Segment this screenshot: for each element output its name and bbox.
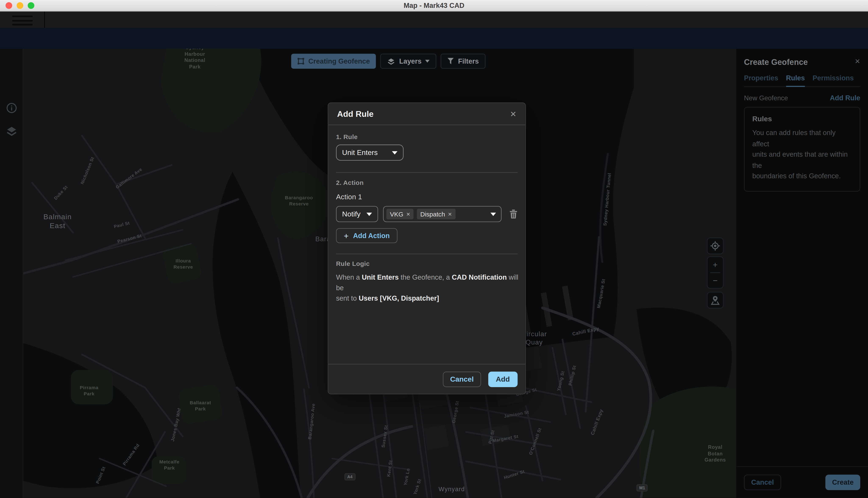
recipients-multiselect[interactable]: VKG✕Dispatch✕ <box>383 206 502 222</box>
rules-info-card: Rules You can add rules that only affect… <box>744 107 860 191</box>
recipient-tag-label: Dispatch <box>420 211 445 217</box>
modal-add-button[interactable]: Add <box>488 371 518 387</box>
plus-icon: + <box>344 232 349 240</box>
macos-titlebar: Map - Mark43 CAD <box>0 0 868 12</box>
panel-footer: Cancel Create <box>736 467 868 498</box>
tab-properties[interactable]: Properties <box>744 74 778 87</box>
rules-card-body: You can add rules that only affect units… <box>752 128 852 182</box>
panel-title: Create Geofence <box>744 58 860 67</box>
add-rule-link[interactable]: Add Rule <box>830 94 860 102</box>
geofence-rect-icon <box>297 58 305 65</box>
app-menubar <box>0 12 868 28</box>
modal-title: Add Rule <box>337 109 374 118</box>
action-section-label: 2. Action <box>336 179 518 186</box>
panel-create-button[interactable]: Create <box>825 475 860 490</box>
rule-logic-text: When a Unit Enters the Geofence, a CAD N… <box>336 272 521 304</box>
action-item-label: Action 1 <box>336 193 518 201</box>
rule-type-dropdown[interactable]: Unit Enters <box>336 145 404 161</box>
creating-geofence-label: Creating Geofence <box>308 57 370 65</box>
map-pin-icon <box>710 295 720 305</box>
rule-type-value: Unit Enters <box>342 148 378 157</box>
create-geofence-panel: Create Geofence ✕ PropertiesRulesPermiss… <box>736 49 868 498</box>
rule-section-label: 1. Rule <box>336 133 518 140</box>
zoom-control: + − <box>707 256 723 289</box>
locate-me-button[interactable] <box>707 238 723 254</box>
modal-close-icon[interactable]: ✕ <box>510 109 517 118</box>
window-controls <box>5 0 34 11</box>
remove-tag-icon[interactable]: ✕ <box>448 211 452 217</box>
recipient-tag[interactable]: VKG✕ <box>387 209 414 220</box>
modal-footer: Cancel Add <box>328 364 525 394</box>
rule-logic-label: Rule Logic <box>336 260 518 267</box>
chevron-down-icon <box>425 60 430 63</box>
route-shield-badge: A4 <box>344 473 355 481</box>
chevron-down-icon <box>490 212 496 216</box>
remove-tag-icon[interactable]: ✕ <box>406 211 410 217</box>
layers-icon <box>5 126 17 137</box>
rules-card-title: Rules <box>752 115 852 123</box>
layers-label: Layers <box>399 57 422 65</box>
add-rule-modal: Add Rule ✕ 1. Rule Unit Enters 2. Action… <box>328 102 526 394</box>
zoom-out-button[interactable]: − <box>707 273 723 288</box>
delete-action-button[interactable] <box>509 209 518 219</box>
hamburger-menu-icon[interactable] <box>12 15 32 28</box>
map-left-rail <box>0 49 23 498</box>
layers-button[interactable]: Layers <box>380 54 437 69</box>
panel-tabs: PropertiesRulesPermissions <box>744 74 860 87</box>
section-divider <box>336 172 518 173</box>
modal-header: Add Rule ✕ <box>328 103 525 125</box>
modal-cancel-button[interactable]: Cancel <box>443 371 481 387</box>
creating-geofence-button[interactable]: Creating Geofence <box>291 54 376 69</box>
window-title: Map - Mark43 CAD <box>404 2 465 10</box>
layers-icon <box>387 57 395 65</box>
recipient-tag[interactable]: Dispatch✕ <box>417 209 455 220</box>
add-action-button[interactable]: + Add Action <box>336 228 398 243</box>
route-shield-badge: M1 <box>637 484 648 492</box>
add-action-label: Add Action <box>353 232 390 239</box>
map-toolbar: Creating Geofence Layers Filters <box>291 54 485 69</box>
chevron-down-icon <box>366 212 372 216</box>
new-geofence-label: New Geofence <box>744 94 788 102</box>
filter-funnel-icon <box>448 58 454 65</box>
info-button[interactable] <box>0 99 23 117</box>
zoom-in-button[interactable]: + <box>707 257 723 272</box>
app-root: Map - Mark43 CAD <box>0 0 868 498</box>
chevron-down-icon <box>392 151 397 154</box>
close-window-button[interactable] <box>5 2 12 9</box>
recipient-tag-label: VKG <box>390 211 403 217</box>
filters-button[interactable]: Filters <box>441 54 485 69</box>
pin-tool-button[interactable] <box>707 292 723 309</box>
section-divider <box>336 253 518 254</box>
tab-permissions[interactable]: Permissions <box>813 74 854 87</box>
action-type-dropdown[interactable]: Notify <box>336 206 378 222</box>
crosshair-icon <box>710 241 720 251</box>
trash-icon <box>509 209 518 219</box>
tab-rules[interactable]: Rules <box>786 74 805 87</box>
panel-cancel-button[interactable]: Cancel <box>744 475 781 490</box>
minimize-window-button[interactable] <box>16 2 23 9</box>
app-header-strip <box>0 28 868 49</box>
action-row: Notify VKG✕Dispatch✕ <box>336 206 518 222</box>
action-type-value: Notify <box>342 210 360 218</box>
panel-close-icon[interactable]: ✕ <box>855 58 860 66</box>
layers-rail-button[interactable] <box>0 122 23 141</box>
maximize-window-button[interactable] <box>28 2 34 9</box>
info-icon <box>6 102 17 114</box>
filters-label: Filters <box>458 57 479 65</box>
menubar-divider <box>44 12 45 28</box>
